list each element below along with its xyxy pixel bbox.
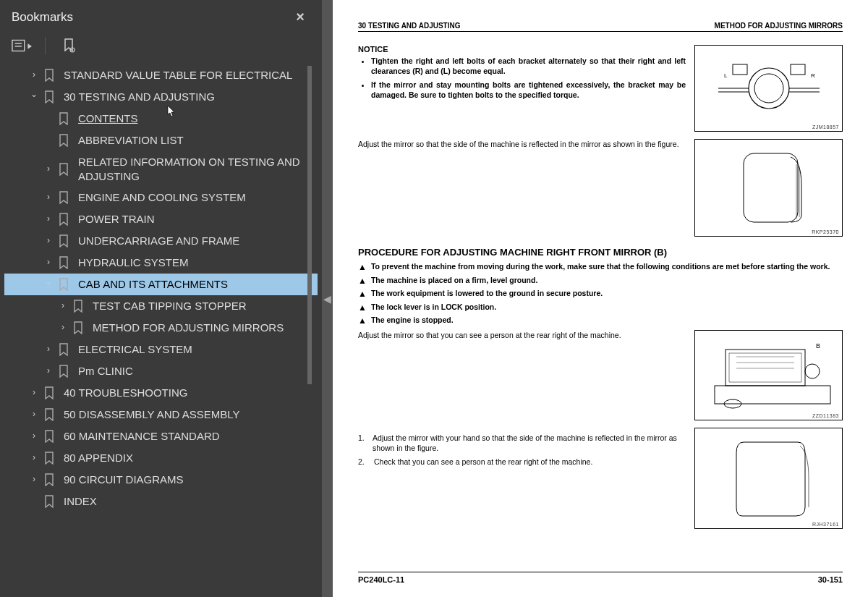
bookmark-tree[interactable]: ›STANDARD VALUE TABLE FOR ELECTRICAL⌄30 … [0,62,322,597]
svg-marker-3 [27,43,32,48]
bookmark-icon [43,430,56,443]
bookmark-label: 30 TESTING AND ADJUSTING [64,90,315,104]
figure-id: RKP25370 [812,229,839,234]
panel-title: Bookmarks [12,10,290,25]
options-icon[interactable] [12,37,32,54]
bookmark-label: STANDARD VALUE TABLE FOR ELECTRICAL [64,68,315,82]
bookmark-item[interactable]: ›RELATED INFORMATION ON TESTING AND ADJU… [4,151,318,187]
bookmark-item[interactable]: ›90 CIRCUIT DIAGRAMS [4,469,318,491]
svg-rect-7 [733,64,747,75]
bookmark-item[interactable]: ›40 TROUBLESHOOTING [4,382,318,404]
svg-text:L: L [724,72,728,79]
bookmark-label: POWER TRAIN [78,212,315,226]
bookmark-label: 60 MAINTENANCE STANDARD [64,429,315,444]
chevron-right-icon[interactable]: › [43,257,54,268]
bookmark-label: 40 TROUBLESHOOTING [64,386,315,400]
bookmark-icon [58,256,71,269]
panel-collapse-handle[interactable]: ◀ [322,0,333,597]
chevron-right-icon[interactable]: › [29,69,39,81]
chevron-right-icon[interactable]: › [29,431,39,442]
bookmark-label: HYDRAULIC SYSTEM [78,255,315,270]
bookmark-icon [72,321,85,334]
bookmark-item[interactable]: ›CONTENTS [4,108,318,130]
bookmark-icon [72,300,85,313]
find-bookmark-icon[interactable] [59,37,79,54]
bookmark-item[interactable]: ›80 APPENDIX [4,447,318,469]
footer-pagenum: 30-151 [818,575,843,584]
svg-rect-0 [12,41,25,51]
bookmark-label: 80 APPENDIX [64,451,315,465]
chevron-right-icon[interactable]: › [58,300,68,312]
chevron-right-icon[interactable]: › [29,452,39,464]
scrollbar[interactable] [307,66,312,384]
bookmark-item[interactable]: ›ABBREVIATION LIST [4,130,318,151]
after-warn-text: Adjust the mirror so that you can see a … [358,330,686,420]
chevron-down-icon[interactable]: ⌄ [29,89,39,101]
chevron-right-icon[interactable]: › [43,365,54,377]
bookmark-label: UNDERCARRIAGE AND FRAME [78,234,315,248]
warning-text: The engine is stopped. [371,316,454,326]
bookmark-label: ABBREVIATION LIST [78,133,315,148]
bookmark-label: CONTENTS [78,111,315,126]
warning-text: The lock lever is in LOCK position. [371,302,496,313]
notice-bullet: If the mirror and stay mounting bolts ar… [371,80,686,100]
bookmark-label: TEST CAB TIPPING STOPPER [93,299,315,313]
bookmark-item[interactable]: ›STANDARD VALUE TABLE FOR ELECTRICAL [4,64,318,86]
bookmark-item[interactable]: ›UNDERCARRIAGE AND FRAME [4,230,318,252]
bookmark-item[interactable]: ›60 MAINTENANCE STANDARD [4,425,318,447]
step-num: 2. [358,457,367,467]
chevron-right-icon[interactable]: › [29,409,39,420]
chevron-right-icon[interactable]: › [29,387,39,399]
bookmark-item[interactable]: ›INDEX [4,491,318,512]
panel-header: Bookmarks × [0,0,322,33]
close-icon[interactable]: × [290,7,310,27]
warning-icon: ▲ [358,289,367,300]
bookmark-item[interactable]: ›ENGINE AND COOLING SYSTEM [4,187,318,208]
step-num: 1. [358,433,365,453]
svg-point-6 [754,74,783,103]
bookmark-label: 90 CIRCUIT DIAGRAMS [64,473,315,487]
bookmark-label: ELECTRICAL SYSTEM [78,342,315,357]
chevron-right-icon[interactable]: › [43,164,54,175]
step-text: Check that you can see a person at the r… [374,457,592,467]
bookmark-label: Pm CLINIC [78,364,315,378]
bookmark-item[interactable]: ›HYDRAULIC SYSTEM [4,252,318,274]
chevron-right-icon[interactable]: › [43,213,54,225]
document-viewport[interactable]: 30 TESTING AND ADJUSTING METHOD FOR ADJU… [333,0,868,597]
bookmark-icon [58,213,71,226]
bookmark-item[interactable]: ›POWER TRAIN [4,208,318,230]
figure-mirror-view: RJH37161 [694,428,843,529]
bookmark-icon [58,112,71,125]
bookmark-item[interactable]: ⌄CAB AND ITS ATTACHMENTS [4,274,318,295]
chevron-right-icon[interactable]: › [58,322,68,334]
bookmark-icon [43,386,56,399]
bookmark-icon [58,191,71,204]
warning-icon: ▲ [358,316,367,327]
panel-toolbar [0,33,322,62]
bookmark-icon [58,134,71,147]
bookmark-icon [58,163,71,176]
bookmark-item[interactable]: ›ELECTRICAL SYSTEM [4,339,318,360]
bookmark-item[interactable]: ›50 DISASSEMBLY AND ASSEMBLY [4,404,318,425]
divider [45,37,46,54]
notice-title: NOTICE [358,45,686,54]
warning-icon: ▲ [358,302,367,314]
chevron-right-icon[interactable]: › [43,344,54,355]
bookmark-label: 50 DISASSEMBLY AND ASSEMBLY [64,407,315,422]
bookmark-item[interactable]: ›Pm CLINIC [4,360,318,382]
notice-bullet: Tighten the right and left bolts of each… [371,56,686,76]
bookmark-item[interactable]: ›METHOD FOR ADJUSTING MIRRORS [4,317,318,339]
bookmark-icon [43,452,56,465]
bookmark-label: INDEX [64,494,315,509]
warning-icon: ▲ [358,262,367,274]
figure-mirror-single: RKP25370 [694,139,843,237]
chevron-right-icon[interactable]: › [43,192,54,203]
chevron-down-icon[interactable]: ⌄ [43,276,54,288]
footer-model: PC240LC-11 [358,575,404,584]
bookmark-item[interactable]: ⌄30 TESTING AND ADJUSTING [4,86,318,108]
chevron-right-icon[interactable]: › [43,235,54,247]
notice-block: NOTICE Tighten the right and left bolts … [358,45,686,132]
chevron-right-icon[interactable]: › [29,474,39,486]
page-footer: PC240LC-11 30-151 [358,572,843,584]
bookmark-item[interactable]: ›TEST CAB TIPPING STOPPER [4,295,318,317]
